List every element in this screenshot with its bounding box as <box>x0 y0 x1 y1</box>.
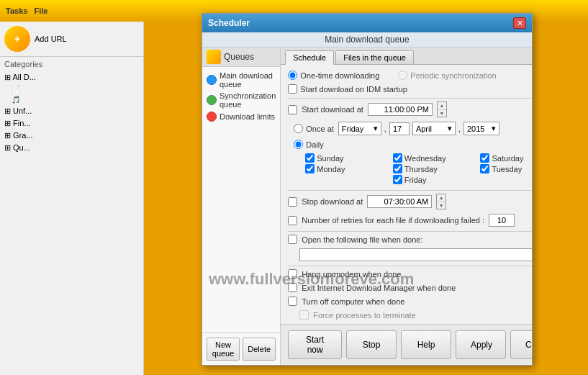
start-download-row: Start download at ▲ ▼ <box>288 101 532 117</box>
stop-time-spinner[interactable]: ▲ ▼ <box>436 194 446 209</box>
start-time-up-arrow[interactable]: ▲ <box>438 102 446 110</box>
retries-input[interactable] <box>489 214 515 227</box>
day-sunday[interactable]: Sunday <box>305 153 386 163</box>
once-at-radio[interactable] <box>294 124 303 133</box>
queue-label: Synchronization queue <box>220 91 276 109</box>
monday-checkbox[interactable] <box>305 164 315 173</box>
tab-schedule[interactable]: Schedule <box>285 50 334 65</box>
list-item[interactable]: Main download queue <box>202 70 280 90</box>
retries-label: Number of retries for each file if downl… <box>302 216 484 225</box>
queues-list: Main download queue Synchronization queu… <box>202 67 280 333</box>
bottom-buttons: Start now Stop Help Apply Close <box>281 324 532 365</box>
stop-time-down-arrow[interactable]: ▼ <box>437 202 445 209</box>
retries-checkbox[interactable] <box>288 216 297 225</box>
stop-button[interactable]: Stop <box>346 330 397 359</box>
turn-off-checkbox[interactable] <box>288 297 297 306</box>
close-button[interactable]: Close <box>510 330 532 359</box>
start-download-checkbox[interactable] <box>288 105 297 114</box>
file-path-row: ... <box>299 248 532 261</box>
idm-title: Tasks File <box>6 6 48 15</box>
scheduler-modal: Scheduler ✕ Main download queue Queues M… <box>202 13 533 366</box>
month-dropdown-arrow: ▾ <box>448 124 452 133</box>
list-item[interactable]: Synchronization queue <box>202 90 280 110</box>
force-terminate-label: Force processes to terminate <box>313 311 415 320</box>
modal-body: Main download queue Queues Main download… <box>202 32 532 365</box>
daily-radio-group[interactable]: Daily <box>294 140 323 149</box>
close-icon[interactable]: ✕ <box>513 17 526 29</box>
apply-button[interactable]: Apply <box>456 330 506 359</box>
start-time-input[interactable] <box>368 103 433 116</box>
year-dropdown[interactable]: 2015 ▾ <box>463 122 499 135</box>
modal-content: Queues Main download queue Synchronizati… <box>202 48 532 365</box>
day-friday[interactable]: Friday <box>393 175 474 184</box>
list-item[interactable]: Download limits <box>202 110 280 123</box>
queue-dot-green <box>207 95 217 105</box>
idm-left-panel: + Add URL Categories ⊞ All D... 📄 🎵 ⊞ Un… <box>0 22 144 375</box>
day-saturday[interactable]: Saturday <box>480 153 532 163</box>
schedule-content: One-time downloading Periodic synchroniz… <box>281 65 532 324</box>
friday-checkbox[interactable] <box>393 175 402 184</box>
periodic-radio-group[interactable]: Periodic synchronization <box>398 71 496 80</box>
daily-row: Daily <box>294 140 532 149</box>
one-time-radio-group[interactable]: One-time downloading <box>288 71 379 80</box>
saturday-label: Saturday <box>492 154 523 163</box>
day-monday[interactable]: Monday <box>305 164 386 173</box>
grabber-item: ⊞ Gra... <box>0 130 143 142</box>
wednesday-checkbox[interactable] <box>393 153 402 163</box>
separator-2 <box>288 190 532 191</box>
start-download-label: Start download at <box>302 105 363 114</box>
periodic-radio[interactable] <box>398 71 407 80</box>
start-on-startup-group[interactable]: Start download on IDM startup <box>288 84 407 94</box>
start-on-startup-checkbox[interactable] <box>288 84 297 94</box>
schedule-panel: Schedule Files in the queue One-time dow… <box>281 48 532 365</box>
day-wednesday[interactable]: Wednesday <box>393 153 474 163</box>
date-separator-1: , <box>384 125 386 133</box>
queue-label: Main download queue <box>220 71 276 89</box>
delete-queue-button[interactable]: Delete <box>243 338 276 361</box>
stop-time-up-arrow[interactable]: ▲ <box>437 194 445 202</box>
start-on-startup-label: Start download on IDM startup <box>300 85 407 94</box>
queue-header-label: Main download queue <box>202 32 532 48</box>
new-queue-button[interactable]: New queue <box>207 338 240 361</box>
start-time-spinner[interactable]: ▲ ▼ <box>437 101 447 117</box>
one-time-radio[interactable] <box>288 71 297 80</box>
separator-4 <box>288 266 532 266</box>
exit-idm-checkbox[interactable] <box>288 283 297 292</box>
once-at-label: Once at <box>306 125 334 133</box>
file-path-input[interactable] <box>299 248 532 261</box>
month-dropdown[interactable]: April ▾ <box>412 122 456 135</box>
tuesday-checkbox[interactable] <box>480 164 489 173</box>
hang-up-checkbox[interactable] <box>288 269 297 279</box>
date-num-input[interactable] <box>389 122 410 135</box>
stop-download-label: Stop download at <box>302 197 363 206</box>
tab-files-in-queue[interactable]: Files in the queue <box>335 50 414 64</box>
monday-label: Monday <box>317 165 345 173</box>
force-terminate-checkbox[interactable] <box>299 310 309 320</box>
queue-item-left: ⊞ Qu... <box>0 142 143 154</box>
day-tuesday[interactable]: Tuesday <box>480 164 532 173</box>
thursday-checkbox[interactable] <box>393 164 402 173</box>
day-dropdown-arrow: ▾ <box>374 124 378 133</box>
exit-idm-label: Exit Internet Download Manager when done <box>302 284 456 292</box>
help-button[interactable]: Help <box>401 330 451 359</box>
open-file-label: Open the following file when done: <box>302 235 422 244</box>
day-dropdown[interactable]: Friday ▾ <box>338 122 381 135</box>
open-file-checkbox[interactable] <box>288 235 297 244</box>
queues-header: Queues <box>202 48 280 67</box>
stop-time-input[interactable] <box>367 195 432 208</box>
stop-download-checkbox[interactable] <box>288 197 297 207</box>
sunday-checkbox[interactable] <box>305 153 315 163</box>
day-thursday[interactable]: Thursday <box>393 164 474 173</box>
queues-panel: Queues Main download queue Synchronizati… <box>202 48 281 365</box>
start-now-button[interactable]: Start now <box>288 330 342 359</box>
start-time-down-arrow[interactable]: ▼ <box>438 110 446 117</box>
retries-row: Number of retries for each file if downl… <box>288 214 532 227</box>
modal-title: Scheduler <box>208 18 250 28</box>
once-at-radio-group[interactable]: Once at <box>294 124 334 133</box>
category-item-1: 📄 <box>0 83 143 94</box>
saturday-checkbox[interactable] <box>480 153 489 163</box>
thursday-label: Thursday <box>404 165 438 173</box>
download-type-row: One-time downloading Periodic synchroniz… <box>288 71 532 80</box>
tuesday-label: Tuesday <box>492 165 522 173</box>
daily-radio[interactable] <box>294 140 303 149</box>
